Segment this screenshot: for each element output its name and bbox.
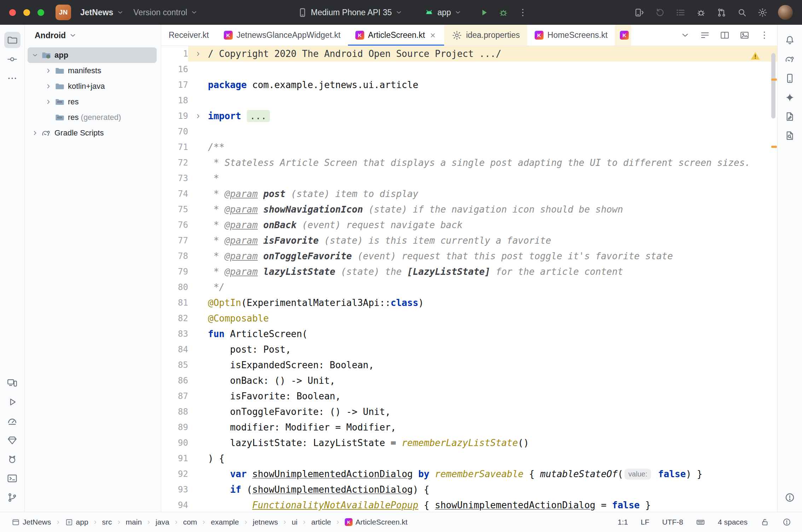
tree-item-app[interactable]: app [28, 47, 157, 63]
device-mirroring-icon[interactable] [634, 7, 645, 18]
code-line-body[interactable]: fun ArticleScreen( [188, 326, 777, 342]
code-line-body[interactable]: if (showUnimplementedActionDialog) { [188, 482, 777, 497]
history-icon[interactable] [655, 7, 665, 18]
notifications-tool-button[interactable] [782, 32, 798, 48]
split-editor-icon[interactable] [720, 30, 730, 40]
terminal-tool-button[interactable] [4, 470, 21, 486]
code-line-body[interactable] [188, 93, 777, 108]
more-horizontal-tool-button[interactable] [4, 70, 21, 86]
profiler-tool-button[interactable] [4, 413, 21, 429]
inspections-warning-icon[interactable] [750, 50, 761, 62]
code-line-body[interactable]: onBack: () -> Unit, [188, 373, 777, 388]
code-line-body[interactable]: modifier: Modifier = Modifier, [188, 420, 777, 435]
code-line-body[interactable]: * Stateless Article Screen that displays… [188, 155, 777, 170]
gemini-tool-button[interactable] [782, 89, 798, 105]
code-line-body[interactable]: import ... [188, 108, 777, 124]
code-line-body[interactable]: isFavorite: Boolean, [188, 388, 777, 404]
code-line-body[interactable]: * @param onToggleFavorite (event) reques… [188, 248, 777, 264]
code-line-body[interactable]: * @param showNavigationIcon (state) if t… [188, 202, 777, 217]
user-avatar[interactable] [778, 5, 793, 20]
code-line-body[interactable]: * @param onBack (event) request navigate… [188, 217, 777, 233]
app-quality-insights-tool-button[interactable] [4, 432, 21, 448]
breadcrumb-item-java[interactable]: java [153, 516, 172, 528]
vcs-widget[interactable]: Version control [130, 5, 202, 20]
chevron-right-icon[interactable] [43, 97, 54, 107]
code-line-body[interactable]: /** [188, 139, 777, 155]
problems-tool-button[interactable] [782, 489, 798, 505]
debug-icon[interactable] [498, 7, 508, 18]
search-icon[interactable] [737, 7, 747, 18]
code-line-body[interactable]: onToggleFavorite: () -> Unit, [188, 404, 777, 420]
tab-overflow[interactable]: K [615, 25, 631, 46]
warning-stripe-mark[interactable] [771, 146, 777, 148]
code-line-body[interactable]: @Composable [188, 311, 777, 326]
chevron-right-icon[interactable] [43, 65, 54, 76]
chevron-down-icon[interactable] [30, 50, 40, 60]
breadcrumb-item-app[interactable]: app [63, 516, 91, 528]
pull-request-icon[interactable] [716, 7, 727, 18]
breadcrumb-item-ui[interactable]: ui [289, 516, 300, 528]
tab-homescreens-kt[interactable]: KHomeScreens.kt [527, 25, 615, 46]
breadcrumb-item-article[interactable]: article [309, 516, 333, 528]
tree-item-gradle-scripts[interactable]: Gradle Scripts [28, 125, 157, 141]
code-editor[interactable]: 1/ Copyright 2020 The Android Open Sourc… [161, 46, 777, 512]
inspections-status-button[interactable] [782, 517, 791, 527]
keyboard-shortcuts-button[interactable] [696, 517, 705, 527]
caret-position-widget[interactable]: 1:1 [618, 518, 628, 526]
zoom-window-button[interactable] [37, 9, 44, 16]
tree-item-kotlin-java[interactable]: kotlin+java [28, 79, 157, 94]
task-list-icon[interactable] [675, 7, 686, 18]
gradle-tool-button[interactable] [782, 51, 798, 67]
tab-articlescreen-kt[interactable]: KArticleScreen.kt [348, 25, 444, 46]
code-line-body[interactable] [188, 124, 777, 139]
breadcrumb-item-com[interactable]: com [181, 516, 200, 528]
fold-marker[interactable] [188, 50, 208, 58]
code-line-body[interactable] [188, 62, 777, 77]
tree-item-manifests[interactable]: manifests [28, 63, 157, 79]
run-configuration-selector[interactable]: app [420, 5, 465, 21]
breadcrumb-item-main[interactable]: main [123, 516, 145, 528]
code-line-body[interactable]: var showUnimplementedActionDialog by rem… [188, 466, 777, 482]
code-line-body[interactable]: post: Post, [188, 342, 777, 357]
editor-scrollbar[interactable] [771, 53, 775, 118]
tab-jetnewsglanceappwidget-kt[interactable]: KJetnewsGlanceAppWidget.kt [216, 25, 348, 46]
tab-idea-properties[interactable]: idea.properties [444, 25, 527, 46]
tab-receiver-kt[interactable]: Receiver.kt [161, 25, 216, 46]
code-line-body[interactable]: * @param post (state) item to display [188, 186, 777, 202]
chevron-right-icon[interactable] [43, 81, 54, 92]
file-encoding-widget[interactable]: UTF-8 [662, 518, 683, 526]
version-control-tool-button[interactable] [4, 489, 21, 505]
breadcrumb-item-src[interactable]: src [100, 516, 115, 528]
indent-style-widget[interactable]: 4 spaces [718, 518, 748, 526]
settings-icon[interactable] [757, 7, 768, 18]
warning-stripe-mark[interactable] [771, 79, 777, 81]
play-filled-icon[interactable] [479, 7, 489, 18]
line-separator-widget[interactable]: LF [641, 518, 650, 526]
bug-report-icon[interactable] [696, 7, 706, 18]
tree-item-res[interactable]: res(generated) [28, 110, 157, 125]
commit-tool-button[interactable] [4, 51, 21, 67]
code-line-body[interactable]: @OptIn(ExperimentalMaterial3Api::class) [188, 295, 777, 311]
project-folder-tool-button[interactable] [4, 32, 21, 48]
minimize-window-button[interactable] [23, 9, 30, 16]
run-tool-button[interactable] [4, 394, 21, 410]
preview-icon[interactable] [739, 30, 750, 40]
code-line-body[interactable]: * @param lazyListState (state) the [Lazy… [188, 264, 777, 279]
close-window-button[interactable] [9, 9, 16, 16]
logcat-tool-button[interactable] [4, 451, 21, 467]
hidden-tabs-icon[interactable] [680, 30, 690, 40]
device-manager-tool-button[interactable] [782, 70, 798, 86]
fold-marker[interactable] [188, 112, 208, 120]
chevron-right-icon[interactable] [30, 128, 40, 138]
code-line-body[interactable]: lazyListState: LazyListState = rememberL… [188, 435, 777, 451]
code-line-body[interactable]: / Copyright 2020 The Android Open Source… [188, 46, 777, 62]
code-line-body[interactable]: ) { [188, 451, 777, 466]
breadcrumb-item-example[interactable]: example [208, 516, 241, 528]
code-line-body[interactable]: */ [188, 279, 777, 295]
code-line-body[interactable]: package com.example.jetnews.ui.article [188, 77, 777, 93]
breadcrumb-item-jetnews[interactable]: JetNews [9, 516, 54, 528]
project-view-header[interactable]: Android [25, 25, 161, 46]
breadcrumb-item-articlescreen-kt[interactable]: KArticleScreen.kt [342, 516, 410, 528]
more-vertical-icon[interactable] [759, 30, 769, 40]
running-devices-tool-button[interactable] [4, 375, 21, 391]
